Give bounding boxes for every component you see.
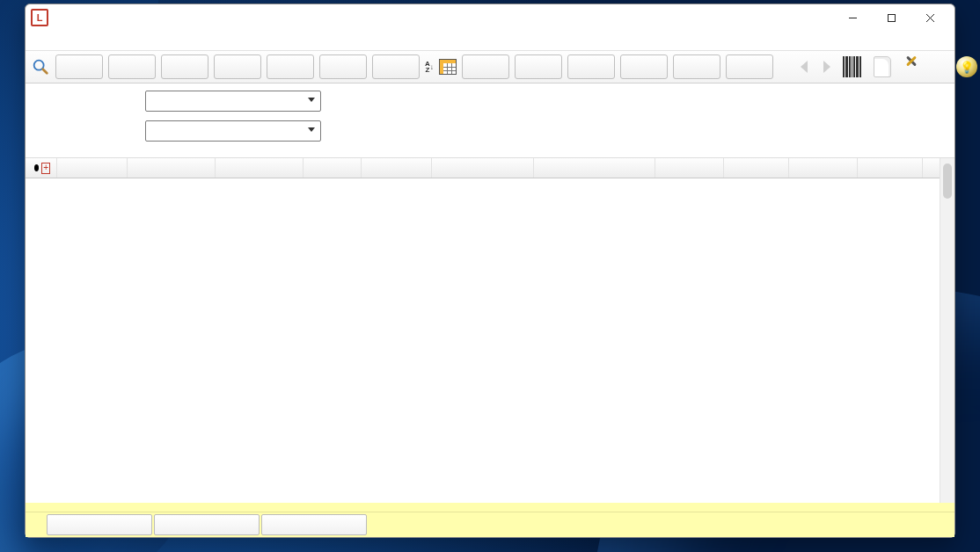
search-icon[interactable] xyxy=(31,56,50,77)
app-window: L xyxy=(25,4,955,538)
tools-icon[interactable] xyxy=(902,56,923,77)
tb2-dm[interactable] xyxy=(620,54,668,79)
row-bullet-icon xyxy=(34,164,39,171)
menu-maintenance[interactable] xyxy=(96,38,112,43)
toolbar: AZ↓ 💡 V xyxy=(26,50,954,84)
menu-window[interactable] xyxy=(128,38,143,43)
tb2-adr[interactable] xyxy=(567,54,615,79)
nav-next-icon[interactable] xyxy=(815,56,837,77)
barcode-icon[interactable] xyxy=(842,56,863,77)
th-channel[interactable] xyxy=(858,158,923,178)
titlebar[interactable]: L xyxy=(26,4,954,31)
close-button[interactable] xyxy=(911,5,949,30)
svg-rect-0 xyxy=(888,14,895,21)
th-address[interactable] xyxy=(789,158,858,178)
new-sheet-icon[interactable] xyxy=(872,56,893,77)
menu-utilities[interactable] xyxy=(80,38,96,43)
grid-icon[interactable] xyxy=(439,56,457,77)
tab-worksheet[interactable] xyxy=(47,514,152,535)
tb2-csharp[interactable] xyxy=(726,54,773,79)
expand-icon[interactable]: + xyxy=(41,163,50,174)
sort-az-icon[interactable]: AZ↓ xyxy=(425,56,434,77)
tb2-pos[interactable] xyxy=(462,54,509,79)
table-header: + xyxy=(26,158,954,178)
nav-prev-icon[interactable] xyxy=(794,56,815,77)
divider-bar xyxy=(26,503,954,512)
tb-adr[interactable] xyxy=(214,54,261,79)
tb2-ckt[interactable] xyxy=(673,54,720,79)
menu-file[interactable] xyxy=(33,38,48,43)
tb2-ch[interactable] xyxy=(515,54,562,79)
th-position[interactable] xyxy=(128,158,216,178)
view-combo[interactable] xyxy=(145,91,321,112)
menu-help[interactable] xyxy=(143,38,159,43)
th-color[interactable] xyxy=(432,158,534,178)
tb-dm[interactable] xyxy=(267,54,314,79)
table-body xyxy=(26,178,954,503)
tab-layout[interactable] xyxy=(261,514,367,535)
menu-edit[interactable] xyxy=(48,38,64,43)
menu-setup[interactable] xyxy=(112,38,128,43)
th-unit[interactable] xyxy=(216,158,304,178)
tb-csharp[interactable] xyxy=(372,54,420,79)
minimize-button[interactable] xyxy=(833,5,872,30)
menubar xyxy=(26,31,954,50)
bulb-icon[interactable]: 💡 xyxy=(956,56,977,77)
tb-all[interactable] xyxy=(55,54,103,79)
th-gobo[interactable] xyxy=(534,158,655,178)
filter-bar xyxy=(26,84,954,157)
th-accessory[interactable] xyxy=(362,158,432,178)
table: + xyxy=(26,157,954,503)
th-dimmer[interactable] xyxy=(724,158,789,178)
bottom-bar xyxy=(26,512,954,537)
tab-focus[interactable] xyxy=(154,514,260,535)
th-purpose[interactable] xyxy=(655,158,724,178)
menu-worksheet[interactable] xyxy=(64,38,80,43)
th-load[interactable] xyxy=(304,158,362,178)
sort-combo[interactable] xyxy=(145,120,321,142)
vertical-scrollbar[interactable] xyxy=(940,158,954,503)
tb-ckt[interactable] xyxy=(319,54,367,79)
th-insttype[interactable] xyxy=(57,158,128,178)
app-icon: L xyxy=(31,9,48,26)
tb-ch[interactable] xyxy=(161,54,208,79)
tb-pos[interactable] xyxy=(108,54,156,79)
maximize-button[interactable] xyxy=(872,5,911,30)
